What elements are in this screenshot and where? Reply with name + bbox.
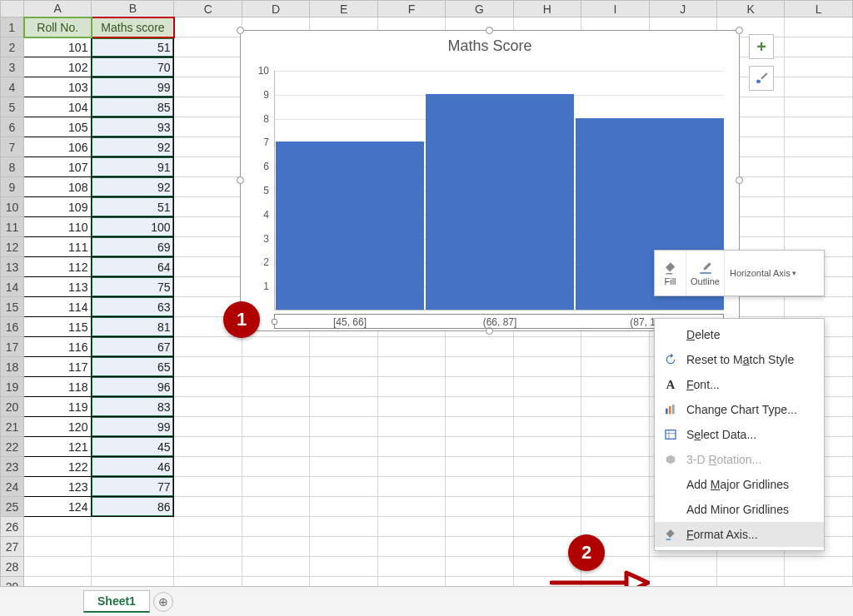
column-header[interactable]: A [24, 1, 92, 17]
row-header[interactable]: 23 [1, 457, 24, 477]
cell[interactable] [24, 537, 92, 557]
cell[interactable]: 92 [92, 177, 174, 197]
cell[interactable] [513, 357, 581, 377]
cell[interactable] [92, 517, 174, 537]
cell[interactable] [242, 417, 309, 437]
cell[interactable] [581, 477, 649, 497]
cell[interactable] [785, 37, 853, 57]
row-header[interactable]: 21 [1, 417, 24, 437]
cell[interactable] [581, 517, 649, 537]
cell[interactable]: 99 [92, 77, 174, 97]
cell[interactable] [649, 557, 716, 577]
cell[interactable]: 114 [24, 297, 92, 317]
cell[interactable] [174, 257, 242, 277]
row-header[interactable]: 27 [1, 537, 24, 557]
cell[interactable]: 93 [92, 117, 174, 137]
cell[interactable]: 83 [92, 397, 174, 417]
ctx-font[interactable]: AFont... [655, 372, 824, 397]
cell[interactable] [446, 497, 513, 517]
row-header[interactable]: 22 [1, 437, 24, 457]
cell[interactable] [174, 517, 242, 537]
cell[interactable] [446, 397, 513, 417]
row-header[interactable]: 5 [1, 97, 24, 117]
cell[interactable] [785, 197, 853, 217]
cell[interactable] [581, 417, 649, 437]
cell[interactable]: 107 [24, 157, 92, 177]
row-header[interactable]: 24 [1, 477, 24, 497]
cell[interactable]: 51 [92, 197, 174, 217]
ctx-delete[interactable]: Delete [655, 322, 824, 347]
cell[interactable] [377, 357, 445, 377]
cell[interactable] [377, 337, 445, 357]
cell[interactable] [174, 357, 242, 377]
cell[interactable] [377, 377, 445, 397]
cell[interactable] [174, 457, 242, 477]
chart-element-selector[interactable]: Horizontal Axis ▾ [725, 251, 824, 296]
cell[interactable] [513, 497, 581, 517]
chart-title[interactable]: Maths Score [241, 37, 739, 55]
cell[interactable]: 96 [92, 377, 174, 397]
cell[interactable]: 106 [24, 137, 92, 157]
cell[interactable]: 99 [92, 417, 174, 437]
cell[interactable] [785, 297, 853, 317]
cell[interactable] [174, 57, 242, 77]
cell[interactable]: 46 [92, 457, 174, 477]
cell[interactable] [785, 177, 853, 197]
cell[interactable]: 64 [92, 257, 174, 277]
cell[interactable] [174, 37, 242, 57]
cell[interactable]: 110 [24, 217, 92, 237]
column-header[interactable]: H [513, 1, 581, 17]
outline-dropdown[interactable]: Outline [686, 251, 725, 296]
cell[interactable] [513, 397, 581, 417]
cell[interactable] [174, 417, 242, 437]
cell[interactable] [446, 437, 513, 457]
cell[interactable] [513, 417, 581, 437]
cell[interactable]: 124 [24, 497, 92, 517]
cell[interactable] [174, 117, 242, 137]
cell[interactable] [310, 437, 377, 457]
cell[interactable] [581, 437, 649, 457]
cell[interactable] [174, 217, 242, 237]
cell[interactable] [446, 337, 513, 357]
cell[interactable] [174, 277, 242, 297]
cell[interactable] [785, 217, 853, 237]
row-header[interactable]: 4 [1, 77, 24, 97]
cell[interactable] [785, 77, 853, 97]
row-header[interactable]: 16 [1, 317, 24, 337]
cell[interactable] [242, 497, 309, 517]
cell[interactable] [310, 417, 377, 437]
row-header[interactable]: 28 [1, 557, 24, 577]
cell[interactable]: 109 [24, 197, 92, 217]
chart-bar[interactable] [276, 142, 424, 310]
cell[interactable] [174, 77, 242, 97]
cell[interactable] [242, 377, 309, 397]
cell[interactable] [310, 557, 377, 577]
cell[interactable]: 70 [92, 57, 174, 77]
ctx-reset[interactable]: Reset to Match Style [655, 347, 824, 372]
cell[interactable] [310, 497, 377, 517]
cell[interactable] [446, 457, 513, 477]
ctx-seldata[interactable]: Select Data... [655, 422, 824, 447]
cell[interactable]: 102 [24, 57, 92, 77]
cell[interactable]: 120 [24, 417, 92, 437]
cell[interactable] [785, 17, 853, 37]
cell[interactable] [242, 457, 309, 477]
cell[interactable]: 112 [24, 257, 92, 277]
cell[interactable]: 85 [92, 97, 174, 117]
cell[interactable] [513, 477, 581, 497]
cell[interactable]: 103 [24, 77, 92, 97]
cell[interactable] [377, 497, 445, 517]
cell[interactable] [377, 477, 445, 497]
cell[interactable] [377, 437, 445, 457]
sheet-tab[interactable]: Sheet1 [83, 590, 150, 613]
cell[interactable]: 123 [24, 477, 92, 497]
row-header[interactable]: 1 [1, 17, 24, 37]
cell[interactable]: 81 [92, 317, 174, 337]
ctx-major[interactable]: Add Major Gridlines [655, 472, 824, 497]
cell[interactable] [24, 557, 92, 577]
chart-styles-button[interactable] [749, 66, 774, 91]
row-header[interactable]: 14 [1, 277, 24, 297]
cell[interactable] [92, 557, 174, 577]
row-header[interactable]: 17 [1, 337, 24, 357]
column-header[interactable]: F [377, 1, 445, 17]
